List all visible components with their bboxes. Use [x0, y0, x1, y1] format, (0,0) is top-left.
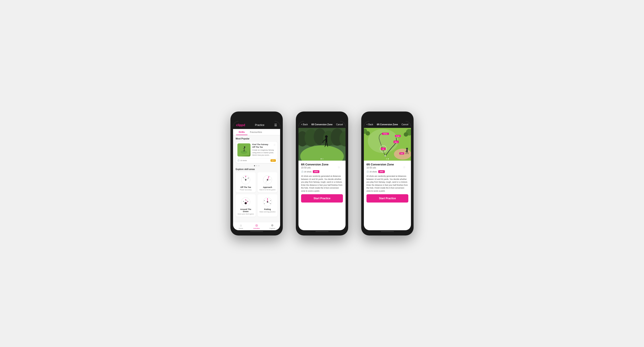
hamburger-icon[interactable]: ☰: [274, 123, 277, 127]
skill-card-atg[interactable]: Around The Green Hone your short game: [236, 194, 256, 217]
nav-capture[interactable]: ⊕ Capture: [264, 223, 280, 229]
phone-1: clippd Practice ☰ Drills Favourites Most…: [230, 112, 283, 235]
tab-drills[interactable]: Drills: [236, 129, 248, 135]
drill-card-find-fairway[interactable]: Find The Fairway Off The Tee ☆ Create an…: [236, 142, 278, 163]
detail-description-2: 20 shots are randomly generated at dista…: [301, 175, 343, 192]
skills-section: Explore skill areas: [236, 168, 278, 217]
skill-card-putting[interactable]: Putting Make and lag practice: [258, 194, 278, 217]
clock-icon-3: 🕐: [366, 171, 369, 173]
nav-activities[interactable]: ◎ Activities: [249, 223, 264, 229]
svg-point-60: [366, 131, 370, 136]
svg-line-17: [268, 177, 269, 180]
image-dots-3: [386, 158, 389, 159]
drill-subtitle: Off The Tee: [252, 146, 268, 149]
tab-favourites[interactable]: Favourites: [248, 129, 265, 135]
home-bar-1: [250, 231, 263, 232]
detail-title-2: 6ft Conversion Zone: [312, 123, 333, 126]
detail-drill-distance-3: 10-50 yds: [366, 167, 408, 169]
detail-drill-distance-2: 10-50 yds: [301, 167, 343, 169]
most-popular-label: Most Popular: [236, 138, 278, 140]
back-button-3[interactable]: < Back: [366, 123, 373, 126]
approach-desc: Dial-in to hit the green: [260, 189, 275, 191]
header-title: Practice: [255, 124, 264, 127]
home-bar-3: [381, 231, 394, 232]
svg-point-20: [268, 176, 269, 177]
svg-text:Sand: Sand: [400, 153, 403, 154]
phone-notch: [248, 114, 265, 120]
svg-point-74: [384, 155, 386, 156]
detail-description-3: 20 shots are randomly generated at dista…: [366, 175, 408, 192]
putting-name: Putting: [264, 208, 271, 210]
back-button-2[interactable]: < Back: [301, 123, 308, 126]
svg-point-25: [243, 201, 244, 202]
phone-3: < Back 6ft Conversion Zone Cancel: [361, 112, 414, 235]
image-dots-2: [321, 158, 323, 159]
detail-badge-3: ARG: [378, 170, 385, 173]
drill-photo: [298, 128, 346, 161]
svg-point-1: [241, 150, 247, 154]
detail-star-3[interactable]: ☆: [403, 165, 406, 169]
activities-icon: ◎: [255, 223, 258, 227]
phone-2-screen: < Back 6ft Conversion Zone Cancel: [298, 121, 346, 230]
dot-3: [258, 165, 260, 166]
atg-icon: [240, 196, 251, 207]
svg-rect-47: [326, 138, 327, 142]
detail-body-3: 6ft Conversion Zone 10-50 yds 🕐 20 shots…: [364, 161, 411, 230]
phone-2: < Back 6ft Conversion Zone Cancel: [296, 112, 348, 235]
svg-text:Rough: Rough: [396, 135, 400, 137]
clock-icon: 🕐: [238, 160, 240, 162]
map-dot-1: [386, 158, 387, 159]
svg-point-34: [264, 203, 265, 204]
cancel-button-2[interactable]: Cancel: [336, 123, 343, 126]
putting-desc: Make and lag practice: [260, 211, 275, 213]
detail-drill-title-3: 6ft Conversion Zone: [366, 163, 408, 166]
detail-title-3: 6ft Conversion Zone: [377, 123, 398, 126]
svg-point-21: [241, 197, 250, 206]
svg-point-75: [406, 148, 408, 150]
drill-thumbnail: [238, 143, 250, 156]
approach-icon: [262, 174, 273, 185]
nav-activities-label: Activities: [253, 227, 260, 229]
skill-card-ott[interactable]: Off The Tee Power accuracy: [236, 172, 256, 192]
svg-point-62: [404, 132, 408, 137]
explore-label: Explore skill areas: [236, 168, 278, 170]
drill-name: Find The Fairway: [252, 143, 268, 146]
ott-desc: Power accuracy: [240, 189, 251, 191]
detail-header-3: < Back 6ft Conversion Zone Cancel: [364, 121, 411, 128]
detail-top-2: 6ft Conversion Zone 10-50 yds 🕐 20 shots…: [301, 163, 343, 173]
detail-badge-2: ARG: [313, 170, 320, 173]
svg-point-32: [264, 200, 265, 201]
svg-point-12: [245, 176, 246, 177]
bottom-nav: ⌂ Home ◎ Activities ⊕ Capture: [233, 222, 280, 230]
detail-body-2: 6ft Conversion Zone 10-50 yds 🕐 20 shots…: [298, 161, 346, 230]
img-dot-2: [322, 158, 323, 159]
cancel-button-3[interactable]: Cancel: [402, 123, 408, 126]
detail-drill-title-2: 6ft Conversion Zone: [301, 163, 343, 166]
detail-meta-2: 🕐 20 shots ARG: [301, 170, 343, 173]
phone-3-screen: < Back 6ft Conversion Zone Cancel: [364, 121, 411, 230]
clock-icon-2: 🕐: [301, 171, 304, 173]
dot-1: [254, 165, 255, 166]
drill-shots: 🕐 10 shots: [238, 160, 247, 162]
phone-1-screen: clippd Practice ☰ Drills Favourites Most…: [233, 121, 280, 230]
phone-notch-2: [313, 114, 331, 120]
svg-text:Miss: Miss: [394, 141, 398, 143]
nav-home[interactable]: ⌂ Home: [233, 223, 249, 229]
skills-grid: Off The Tee Power accuracy: [236, 172, 278, 217]
home-bar-2: [316, 231, 328, 232]
start-practice-button-3[interactable]: Start Practice: [366, 194, 408, 203]
detail-shots-3: 🕐 20 shots: [366, 171, 377, 173]
detail-star-2[interactable]: ☆: [338, 165, 340, 169]
skill-card-approach[interactable]: Approach Dial-in to hit the green: [258, 172, 278, 192]
ott-icon: [240, 174, 251, 185]
start-practice-button-2[interactable]: Start Practice: [301, 194, 343, 203]
svg-text:Fairway: Fairway: [384, 133, 388, 134]
drill-star[interactable]: ☆: [274, 143, 276, 146]
detail-top-3: 6ft Conversion Zone 10-50 yds 🕐 20 shots…: [366, 163, 408, 173]
scene: clippd Practice ☰ Drills Favourites Most…: [217, 98, 427, 249]
carousel-dots: [236, 165, 278, 166]
app-logo: clippd: [236, 123, 245, 127]
phone-notch-3: [379, 114, 396, 120]
drill-map: Hit Miss Fairway Rough Sand: [364, 128, 411, 161]
drill-info: Find The Fairway Off The Tee ☆ Create an…: [252, 143, 276, 156]
